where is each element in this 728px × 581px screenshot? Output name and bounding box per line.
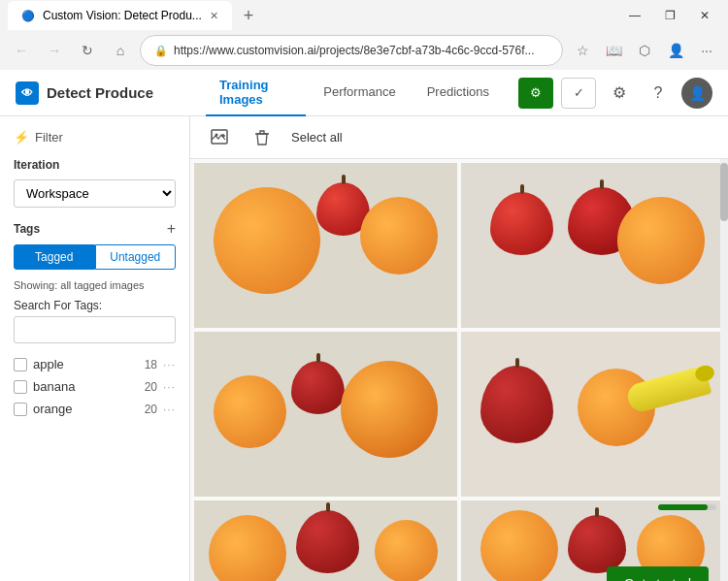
- tag-name-apple: apple: [33, 357, 139, 371]
- tag-more-apple[interactable]: ···: [163, 358, 176, 371]
- tag-checkbox-orange[interactable]: [14, 403, 27, 416]
- train-button[interactable]: ⚙: [518, 78, 553, 109]
- image-cell-5[interactable]: [194, 500, 457, 581]
- settings-icon[interactable]: ⚙: [604, 78, 635, 109]
- iteration-label: Iteration: [14, 158, 176, 172]
- check-button[interactable]: ✓: [561, 78, 596, 109]
- scrollbar-thumb[interactable]: [720, 163, 728, 221]
- delete-button[interactable]: [248, 124, 276, 151]
- tag-more-orange[interactable]: ···: [163, 403, 176, 416]
- untagged-button[interactable]: Untagged: [95, 244, 177, 270]
- collections-icon[interactable]: ⬡: [631, 37, 658, 64]
- svg-point-1: [215, 133, 218, 136]
- refresh-button[interactable]: ↻: [74, 37, 101, 64]
- iteration-select[interactable]: Workspace Iteration 1 Iteration 2: [14, 179, 176, 208]
- image-cell-3[interactable]: [194, 332, 457, 497]
- check-icon: ✓: [574, 85, 584, 100]
- tab-predictions[interactable]: Predictions: [414, 70, 503, 116]
- app-header: 👁 Detect Produce Training Images Perform…: [0, 70, 728, 116]
- add-tag-button[interactable]: +: [167, 221, 176, 237]
- tag-item-apple: apple 18 ···: [14, 353, 176, 375]
- address-bar[interactable]: 🔒 https://www.customvision.ai/projects/8…: [140, 35, 563, 66]
- tag-count-banana: 20: [145, 380, 157, 394]
- search-tags-input[interactable]: [14, 316, 176, 343]
- browser-titlebar: 🔵 Custom Vision: Detect Produ... ✕ + — ❐…: [0, 0, 728, 31]
- tag-list: apple 18 ··· banana 20 ··· orange 20 ···: [14, 353, 176, 420]
- progress-bar-fill: [658, 504, 708, 510]
- header-actions: ⚙ ✓ ⚙ ? 👤: [518, 78, 712, 109]
- tag-count-orange: 20: [145, 403, 157, 416]
- logo-icon: 👁: [16, 81, 39, 105]
- add-images-button[interactable]: [206, 124, 233, 151]
- progress-bar-track: [658, 504, 716, 510]
- image-cell-6[interactable]: Get started: [461, 500, 724, 581]
- app-title: Detect Produce: [47, 84, 153, 101]
- scrollbar-track[interactable]: [720, 159, 728, 581]
- filter-row[interactable]: ⚡ Filter: [14, 130, 176, 145]
- new-tab-button[interactable]: +: [240, 2, 258, 30]
- image-grid: Get started: [190, 159, 728, 581]
- content-area: ⚡ Filter Iteration Workspace Iteration 1…: [0, 116, 728, 581]
- tag-name-orange: orange: [33, 402, 139, 416]
- get-started-button[interactable]: Get started: [607, 566, 709, 581]
- home-button[interactable]: ⌂: [107, 37, 134, 64]
- app-logo: 👁 Detect Produce: [16, 81, 190, 105]
- tab-training-images[interactable]: Training Images: [206, 70, 306, 116]
- browser-toolbar: ← → ↻ ⌂ 🔒 https://www.customvision.ai/pr…: [0, 31, 728, 70]
- select-all-label[interactable]: Select all: [291, 130, 343, 145]
- get-started-label: Get started: [624, 576, 691, 581]
- showing-label: Showing: all tagged images: [14, 279, 176, 291]
- star-icon[interactable]: ☆: [569, 37, 596, 64]
- tags-label: Tags: [14, 222, 40, 236]
- filter-label: Filter: [35, 130, 63, 145]
- window-controls: — ❐ ✕: [619, 6, 720, 25]
- tagged-button[interactable]: Tagged: [14, 244, 95, 270]
- tab-performance[interactable]: Performance: [310, 70, 409, 116]
- image-cell-4[interactable]: [461, 332, 724, 497]
- search-tags-label: Search For Tags:: [14, 299, 176, 312]
- help-icon[interactable]: ?: [643, 78, 674, 109]
- read-icon[interactable]: 📖: [600, 37, 627, 64]
- tab-title: Custom Vision: Detect Produ...: [43, 9, 202, 22]
- tag-more-banana[interactable]: ···: [163, 380, 176, 394]
- tag-count-apple: 18: [145, 358, 157, 371]
- tag-name-banana: banana: [33, 379, 139, 394]
- browser-tab[interactable]: 🔵 Custom Vision: Detect Produ... ✕: [8, 1, 232, 30]
- image-cell-1[interactable]: [194, 163, 457, 328]
- share-icon[interactable]: 👤: [662, 37, 689, 64]
- image-cell-2[interactable]: [461, 163, 724, 328]
- maximize-button[interactable]: ❐: [654, 6, 685, 25]
- url-text: https://www.customvision.ai/projects/8e3…: [174, 44, 535, 57]
- tag-item-orange: orange 20 ···: [14, 398, 176, 420]
- filter-icon: ⚡: [14, 130, 29, 145]
- user-avatar[interactable]: 👤: [681, 78, 712, 109]
- lock-icon: 🔒: [154, 45, 168, 57]
- forward-button[interactable]: →: [41, 37, 68, 64]
- browser-toolbar-icons: ☆ 📖 ⬡ 👤 ···: [569, 37, 720, 64]
- back-button[interactable]: ←: [8, 37, 35, 64]
- image-toolbar: Select all: [190, 116, 728, 159]
- minimize-button[interactable]: —: [619, 6, 650, 25]
- sidebar: ⚡ Filter Iteration Workspace Iteration 1…: [0, 116, 190, 581]
- close-button[interactable]: ✕: [689, 6, 720, 25]
- tag-item-banana: banana 20 ···: [14, 375, 176, 398]
- train-icon: ⚙: [530, 85, 542, 100]
- tags-header: Tags +: [14, 221, 176, 237]
- app-nav: Training Images Performance Predictions: [206, 70, 503, 116]
- tab-close-button[interactable]: ✕: [210, 10, 218, 22]
- image-grid-wrapper: Get started: [190, 159, 728, 581]
- main-content: Select all: [190, 116, 728, 581]
- app-container: 👁 Detect Produce Training Images Perform…: [0, 70, 728, 581]
- tag-checkbox-banana[interactable]: [14, 380, 27, 394]
- tag-type-toggle: Tagged Untagged: [14, 244, 176, 270]
- more-icon[interactable]: ···: [693, 37, 720, 64]
- tag-checkbox-apple[interactable]: [14, 358, 27, 371]
